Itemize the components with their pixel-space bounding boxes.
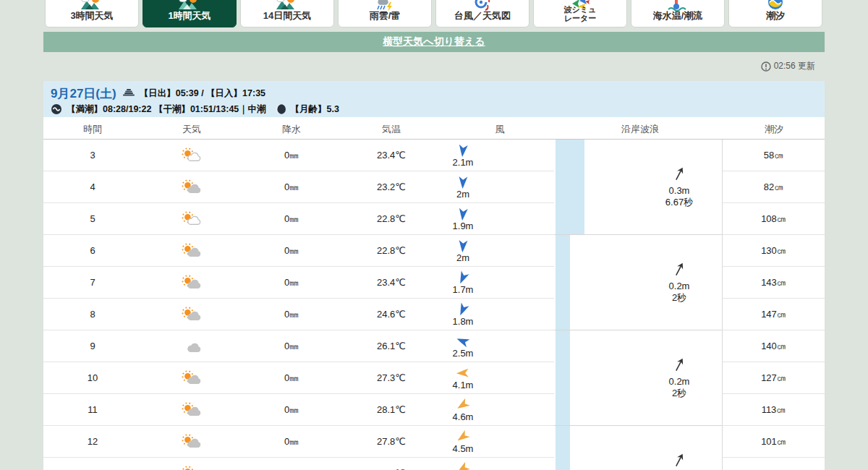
header-wind: 風	[495, 123, 505, 136]
wave-period: 2秒	[636, 388, 723, 399]
table-row: 4 0㎜ 23.2℃ 2m	[43, 171, 554, 203]
tab-radar[interactable]: 雨雲/雷	[338, 0, 432, 27]
tide-times-label: 【満潮】08:28/19:22 【干潮】01:51/13:45｜中潮	[67, 103, 266, 116]
header-time: 時間	[83, 123, 102, 136]
precip-value: 0㎜	[242, 244, 341, 257]
wave-group: 0.2m 2秒	[554, 426, 722, 470]
weather-page: 3時間天気 1時間天気 14日間天気	[0, 0, 868, 470]
tide-value: 130㎝	[722, 235, 825, 267]
layout-switch-banner: 横型天気へ切り替える	[43, 32, 825, 52]
wind-speed: 4.6m	[453, 412, 474, 422]
weather-icon	[180, 465, 203, 470]
precip-value: 0㎜	[242, 403, 341, 416]
tab-sea-temp[interactable]: 海水温/潮流	[631, 0, 725, 27]
weather-icon	[180, 338, 203, 355]
wave-height: 0.2m	[636, 375, 723, 387]
tab-label: 海水温/潮流	[631, 11, 724, 22]
tab-label: 波シミュ レーター	[534, 5, 626, 23]
wave-height-bar	[556, 235, 570, 330]
wind-cell: 4.6m	[407, 398, 519, 422]
wind-direction-arrow	[456, 270, 470, 285]
wind-cell: 4.5m	[407, 430, 519, 453]
update-info-icon	[761, 61, 771, 72]
table-row: 6 0㎜ 22.8℃ 2m	[43, 235, 554, 267]
tide-value: 108㎝	[722, 203, 825, 235]
precip-value: 0㎜	[242, 149, 341, 162]
wave-direction-arrow	[669, 450, 689, 470]
wind-speed: 4.1m	[453, 380, 474, 390]
forecast-tab-bar: 3時間天気 1時間天気 14日間天気	[45, 0, 826, 27]
precip-value: 0㎜	[242, 340, 341, 353]
wind-direction-arrow	[456, 143, 470, 158]
wind-direction-arrow	[456, 302, 470, 317]
wind-direction-arrow	[456, 175, 470, 189]
weather-icon	[180, 210, 203, 228]
wind-direction-arrow	[456, 207, 470, 221]
wave-group: 0.2m 2秒	[554, 235, 722, 330]
precip-value: 0㎜	[242, 308, 341, 321]
tab-label: 14日間天気	[241, 11, 333, 22]
update-time-label: 02:56 更新	[774, 60, 815, 72]
weather-icon	[180, 369, 203, 387]
tab-tide[interactable]: 潮汐	[728, 0, 822, 27]
hour-label: 10	[43, 372, 142, 383]
wind-cell: 1.7m	[407, 270, 519, 294]
update-time: 02:56 更新	[761, 60, 815, 72]
wave-height-bar	[556, 140, 584, 234]
moon-phase-icon	[275, 103, 286, 115]
tab-typhoon[interactable]: 台風／天気図	[435, 0, 529, 27]
weather-icon	[180, 147, 203, 164]
hour-label: 5	[43, 213, 142, 224]
tide-value: 143㎝	[722, 267, 825, 299]
hour-label: 9	[43, 341, 142, 351]
wave-direction-arrow	[669, 163, 689, 184]
table-header-row: 時間 天気 降水 気温 風 沿岸波浪 潮汐	[43, 117, 825, 140]
table-row: 11 0㎜ 28.1℃ 4.6m	[43, 394, 554, 426]
wind-cell: 2m	[407, 175, 519, 199]
tab-wave-simulator[interactable]: 波シミュ レーター	[533, 0, 627, 27]
wave-direction-arrow	[669, 354, 689, 375]
weather-icon	[180, 433, 203, 450]
date-label: 9月27日(土)	[51, 85, 116, 102]
tab-1hour[interactable]: 1時間天気	[142, 0, 237, 27]
table-row: 7 0㎜ 23.4℃ 1.7m	[43, 267, 554, 299]
wind-cell: 4.1m	[407, 366, 519, 390]
forecast-rows: 3 0㎜ 23.4℃ 2.1m 4 0㎜ 23.2℃ 2m 5 0㎜ 22.8℃…	[43, 140, 554, 470]
switch-to-horizontal-link[interactable]: 横型天気へ切り替える	[383, 35, 485, 48]
wind-direction-arrow	[456, 334, 470, 349]
precip-value: 0㎜	[242, 435, 341, 448]
table-row: 3 0㎜ 23.4℃ 2.1m	[43, 140, 554, 171]
tide-value: 140㎝	[722, 330, 825, 362]
sunrise-sunset-label: 【日出】05:39 / 【日入】17:35	[140, 87, 265, 100]
wind-speed: 2.1m	[453, 158, 474, 167]
wind-speed: 2m	[456, 189, 469, 199]
tab-3hour[interactable]: 3時間天気	[45, 0, 139, 27]
precip-value: 0㎜	[242, 181, 341, 194]
wind-speed: 1.9m	[453, 221, 474, 231]
tab-label: 雨雲/雷	[339, 11, 431, 22]
wave-info: 0.2m 2秒	[636, 356, 723, 399]
precip-value: 0㎜	[242, 467, 341, 470]
tide-column: 58㎝ 82㎝ 108㎝ 130㎝ 143㎝ 147㎝ 140㎝ 127㎝ 11…	[722, 140, 825, 470]
wave-height-bar	[556, 330, 570, 425]
tide-value: 92㎝	[722, 458, 825, 470]
wave-period: 6.67秒	[636, 197, 723, 208]
tab-14day[interactable]: 14日間天気	[240, 0, 334, 27]
tide-value: 58㎝	[722, 140, 825, 171]
wave-group: 0.3m 6.67秒	[554, 140, 722, 235]
hour-label: 12	[43, 436, 142, 447]
wind-speed: 1.7m	[453, 285, 474, 294]
wind-speed: 2.5m	[453, 349, 474, 358]
precip-value: 0㎜	[242, 213, 341, 226]
tab-label: 1時間天気	[143, 11, 236, 22]
table-row: 13 0㎜ 28.4℃ 4.4m	[43, 458, 554, 470]
table-row: 5 0㎜ 22.8℃ 1.9m	[43, 203, 554, 235]
hourly-forecast-table: 時間 天気 降水 気温 風 沿岸波浪 潮汐 3 0㎜ 23.4℃ 2.1m 4 …	[43, 117, 825, 470]
wave-group: 0.2m 2秒	[554, 330, 722, 426]
weather-icon	[180, 242, 203, 260]
precip-value: 0㎜	[242, 372, 341, 385]
tide-wave-icon	[51, 103, 62, 115]
wind-direction-arrow	[456, 366, 470, 380]
table-row: 10 0㎜ 27.3℃ 4.1m	[43, 362, 554, 394]
wave-height: 0.3m	[636, 184, 723, 196]
